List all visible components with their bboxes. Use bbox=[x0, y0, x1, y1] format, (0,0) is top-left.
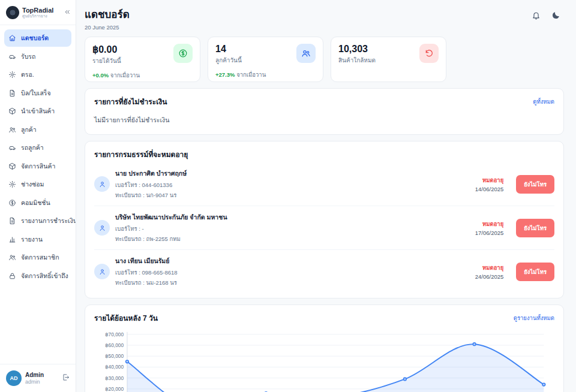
stat-cards: ฿0.00 รายได้วันนี้ +0.0% จากเมื่อวาน 14 … bbox=[85, 37, 564, 82]
unpaid-panel: รายการที่ยังไม่ชำระเงิน ดูทั้งหมด ไม่มีร… bbox=[85, 88, 564, 135]
logout-icon bbox=[62, 373, 70, 384]
notification-bell-icon[interactable] bbox=[532, 11, 541, 22]
policy-expiry-label: หมดอายุ bbox=[475, 176, 504, 185]
brand: TopRadial ศูนย์บริการยาง bbox=[0, 0, 76, 25]
policy-expiry-date: 24/06/2025 bbox=[475, 273, 504, 280]
sidebar-item-label: แดชบอร์ด bbox=[21, 33, 49, 43]
svg-text:฿40,000: ฿40,000 bbox=[105, 364, 124, 370]
policy-expiry-label: หมดอายุ bbox=[475, 219, 504, 228]
sidebar-item-payment-reports[interactable]: รายงานการชำระเงิน bbox=[4, 212, 71, 230]
sidebar-item-tro[interactable]: ตรอ. bbox=[4, 66, 71, 83]
car-icon bbox=[8, 144, 16, 152]
chart-bar-icon bbox=[8, 236, 16, 243]
sidebar-item-label: ตรอ. bbox=[21, 70, 34, 80]
sidebar-collapse-button[interactable] bbox=[64, 7, 71, 18]
stat-value: 14 bbox=[215, 44, 242, 55]
stat-label: สินค้าใกล้หมด bbox=[338, 56, 376, 65]
sidebar-item-label: รับรถ bbox=[21, 52, 35, 62]
person-icon bbox=[94, 264, 110, 279]
svg-text:฿70,000: ฿70,000 bbox=[105, 331, 124, 337]
document-icon bbox=[8, 89, 16, 97]
unpaid-title: รายการที่ยังไม่ชำระเงิน bbox=[94, 96, 167, 107]
policies-title: รายการกรมธรรม์ที่จะหมดอายุ bbox=[94, 149, 188, 160]
stat-label: ลูกค้าวันนี้ bbox=[215, 56, 242, 65]
policy-phone: เบอร์โทร : 098-665-8618 bbox=[115, 268, 470, 277]
person-icon bbox=[94, 176, 110, 192]
coin-icon bbox=[173, 44, 193, 63]
chevrons-left-icon bbox=[64, 7, 71, 18]
policy-customer-name: นาย ประกาศิต บำราศฤกษ์ bbox=[115, 168, 470, 179]
person-icon bbox=[94, 220, 110, 236]
sidebar-item-label: จัดการสินค้า bbox=[21, 161, 55, 171]
policy-phone: เบอร์โทร : 044-601336 bbox=[115, 180, 470, 189]
sidebar-item-import-products[interactable]: นำเข้าสินค้า bbox=[4, 102, 71, 120]
svg-text:฿20,000: ฿20,000 bbox=[105, 386, 124, 392]
user-name: Admin bbox=[25, 372, 44, 379]
topbar: แดชบอร์ด 20 June 2025 bbox=[85, 6, 564, 31]
brand-logo-icon bbox=[6, 6, 19, 19]
sidebar-item-manage-members[interactable]: จัดการสมาชิก bbox=[4, 249, 71, 266]
logout-button[interactable] bbox=[62, 373, 70, 384]
sidebar-item-access-rights[interactable]: จัดการสิทธิ์เข้าถึง bbox=[4, 267, 71, 285]
sidebar-item-label: จัดการสิทธิ์เข้าถึง bbox=[21, 271, 68, 281]
stat-card-0: ฿0.00 รายได้วันนี้ +0.0% จากเมื่อวาน bbox=[85, 37, 200, 82]
revenue-title: รายได้ย้อนหลัง 7 วัน bbox=[94, 312, 158, 324]
stat-change: +27.3% จากเมื่อวาน bbox=[215, 70, 316, 79]
sidebar-item-label: จัดการสมาชิก bbox=[21, 252, 59, 263]
svg-text:฿60,000: ฿60,000 bbox=[105, 342, 124, 348]
not-called-button[interactable]: ยังไม่โทร bbox=[516, 263, 554, 281]
sidebar-item-label: นำเข้าสินค้า bbox=[21, 106, 55, 116]
sidebar-item-label: บิล/ใบเสร็จ bbox=[21, 88, 51, 98]
users-icon bbox=[8, 254, 16, 261]
dark-mode-moon-icon[interactable] bbox=[551, 11, 560, 22]
document-icon bbox=[8, 217, 16, 225]
home-icon bbox=[8, 34, 16, 42]
sidebar-item-bills-receipts[interactable]: บิล/ใบเสร็จ bbox=[4, 85, 71, 102]
stat-label: รายได้วันนี้ bbox=[92, 56, 121, 65]
policy-customer-name: นาง เทียน เมียนรัมย์ bbox=[115, 256, 470, 266]
policies-panel: รายการกรมธรรม์ที่จะหมดอายุ นาย ประกาศิต … bbox=[85, 141, 564, 298]
main-content: แดชบอร์ด 20 June 2025 ฿0.00 รายได้วันนี้… bbox=[76, 0, 576, 392]
unpaid-empty-text: ไม่มีรายการที่ยังไม่ชำระเงิน bbox=[94, 115, 554, 127]
revenue-chart: ฿0฿10,000฿20,000฿30,000฿40,000฿50,000฿60… bbox=[94, 327, 554, 392]
policy-row-0: นาย ประกาศิต บำราศฤกษ์ เบอร์โทร : 044-60… bbox=[94, 162, 554, 206]
sidebar-item-label: ช่างซ่อม bbox=[21, 179, 44, 189]
policy-plate: ทะเบียนรถ : ถพ-2255 กทม bbox=[115, 234, 470, 243]
sidebar-item-label: รายงาน bbox=[21, 234, 43, 245]
policy-row-1: บริษัท ไทยพัฒนาประกันภัย จำกัด มหาชน เบอ… bbox=[94, 206, 554, 250]
page-date: 20 June 2025 bbox=[85, 24, 130, 31]
unpaid-view-all-link[interactable]: ดูทั้งหมด bbox=[533, 97, 554, 106]
sidebar-item-manage-products[interactable]: จัดการสินค้า bbox=[4, 158, 71, 175]
policy-row-2: นาง เทียน เมียนรัมย์ เบอร์โทร : 098-665-… bbox=[94, 250, 554, 291]
stat-change: +0.0% จากเมื่อวาน bbox=[92, 71, 193, 80]
users-icon bbox=[8, 126, 16, 134]
policy-plate: ทะเบียนรถ : นก-9047 นร bbox=[115, 191, 470, 200]
sidebar-item-reports[interactable]: รายงาน bbox=[4, 231, 71, 248]
sidebar-item-mechanics[interactable]: ช่างซ่อม bbox=[4, 176, 71, 193]
svg-text:฿30,000: ฿30,000 bbox=[105, 375, 124, 381]
coin-icon bbox=[8, 199, 16, 207]
stat-value: 10,303 bbox=[338, 44, 376, 55]
brand-tagline: ศูนย์บริการยาง bbox=[22, 14, 53, 18]
car-icon bbox=[8, 53, 16, 61]
policy-expiry-date: 17/06/2025 bbox=[475, 230, 504, 236]
package-icon bbox=[8, 162, 16, 170]
revenue-panel: รายได้ย้อนหลัง 7 วัน ดูรายงานทั้งหมด ฿0฿… bbox=[85, 304, 564, 392]
policy-expiry-date: 14/06/2025 bbox=[475, 186, 504, 192]
sidebar-item-customers[interactable]: ลูกค้า bbox=[4, 121, 71, 138]
sidebar-item-receive-car[interactable]: รับรถ bbox=[4, 48, 71, 65]
sidebar: TopRadial ศูนย์บริการยาง แดชบอร์ดรับรถตร… bbox=[0, 0, 76, 392]
not-called-button[interactable]: ยังไม่โทร bbox=[516, 219, 554, 237]
revenue-view-all-link[interactable]: ดูรายงานทั้งหมด bbox=[514, 313, 554, 322]
sidebar-item-dashboard[interactable]: แดชบอร์ด bbox=[4, 29, 71, 47]
package-icon bbox=[8, 107, 16, 115]
not-called-button[interactable]: ยังไม่โทร bbox=[516, 175, 554, 194]
avatar: AD bbox=[6, 370, 22, 386]
lock-icon bbox=[8, 272, 16, 280]
sidebar-item-label: รายงานการชำระเงิน bbox=[21, 216, 76, 226]
sidebar-item-label: รถลูกค้า bbox=[21, 143, 44, 153]
sidebar-item-commission[interactable]: คอมมิชชั่น bbox=[4, 194, 71, 212]
sidebar-item-customer-cars[interactable]: รถลูกค้า bbox=[4, 139, 71, 156]
policy-customer-name: บริษัท ไทยพัฒนาประกันภัย จำกัด มหาชน bbox=[115, 212, 470, 222]
sidebar-menu: แดชบอร์ดรับรถตรอ.บิล/ใบเสร็จนำเข้าสินค้า… bbox=[0, 25, 76, 364]
